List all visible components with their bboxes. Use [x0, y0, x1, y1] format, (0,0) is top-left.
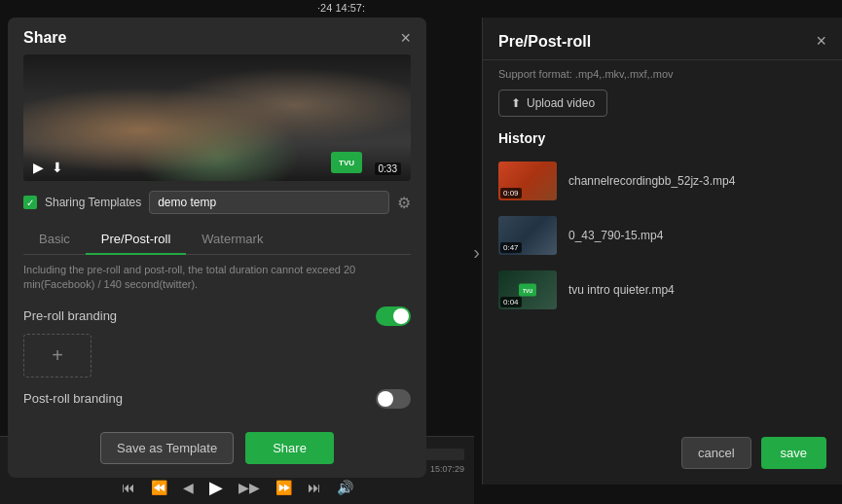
step-forward-button[interactable]: ▶▶ — [235, 478, 264, 497]
branding-section: Pre-roll branding + — [8, 301, 426, 383]
video-preview: TVU 0:33 ▶ ⬇ — [23, 54, 411, 181]
video-duration: 0:33 — [375, 162, 401, 175]
video-play-icon[interactable]: ▶ — [33, 160, 44, 175]
template-select[interactable]: demo temp — [149, 191, 389, 214]
share-dialog: Share × TVU 0:33 ▶ ⬇ Sharing Templates d… — [8, 18, 426, 478]
post-roll-label: Post-roll branding — [23, 391, 123, 406]
share-close-button[interactable]: × — [400, 29, 411, 47]
video-controls-overlay: ▶ ⬇ — [33, 160, 63, 175]
thumb-duration-2: 0:47 — [500, 242, 522, 253]
sharing-templates-label: Sharing Templates — [45, 196, 141, 209]
history-filename-2: 0_43_790-15.mp4 — [568, 229, 663, 242]
thumb-duration-3: 0:04 — [500, 297, 522, 307]
upload-icon: ⬆ — [511, 96, 521, 110]
volume-button[interactable]: 🔊 — [333, 478, 357, 497]
video-download-icon[interactable]: ⬇ — [52, 160, 63, 175]
history-filename-1: channelrecordingbb_52jz-3.mp4 — [568, 174, 735, 188]
history-item-3[interactable]: TVU 0:04 tvu intro quieter.mp4 — [483, 263, 842, 317]
pre-roll-label: Pre-roll branding — [23, 308, 117, 323]
sharing-templates-checkbox[interactable] — [23, 196, 37, 209]
save-button[interactable]: save — [761, 437, 826, 469]
prepost-title: Pre/Post-roll — [498, 33, 591, 51]
share-button[interactable]: Share — [245, 432, 334, 464]
history-filename-3: tvu intro quieter.mp4 — [568, 283, 675, 297]
pre-roll-toggle[interactable] — [376, 306, 411, 326]
play-button[interactable]: ▶ — [205, 475, 227, 500]
timestamp-end: 15:07:29 — [430, 464, 464, 474]
tab-basic[interactable]: Basic — [23, 224, 86, 254]
dialog-actions: Save as Template Share — [8, 422, 426, 478]
playback-controls: ⏮ ⏪ ◀ ▶ ▶▶ ⏩ ⏭ 🔊 — [0, 475, 474, 500]
prepost-header: Pre/Post-roll × — [483, 18, 842, 60]
history-thumb-2: 0:47 — [498, 216, 557, 255]
prepost-footer: cancel save — [681, 437, 826, 469]
sharing-templates-row: Sharing Templates demo temp ⚙ — [8, 191, 426, 224]
top-timestamp: ·24 14:57: — [317, 2, 365, 14]
tvu-badge: TVU — [331, 152, 362, 173]
thumb-duration-1: 0:09 — [500, 188, 522, 198]
warning-text: Including the pre-roll and post-roll, th… — [8, 255, 426, 301]
go-start-button[interactable]: ⏮ — [118, 478, 139, 497]
history-item[interactable]: 0:09 channelrecordingbb_52jz-3.mp4 — [483, 154, 842, 208]
step-back-button[interactable]: ◀ — [179, 478, 198, 497]
add-pre-roll-button[interactable]: + — [23, 334, 92, 378]
history-label: History — [483, 126, 842, 154]
gear-button[interactable]: ⚙ — [397, 194, 411, 212]
pre-roll-row: Pre-roll branding — [23, 306, 411, 326]
tab-watermark[interactable]: Watermark — [186, 224, 278, 254]
history-thumb-3: TVU 0:04 — [498, 270, 557, 309]
tabs-row: Basic Pre/Post-roll Watermark — [23, 224, 411, 255]
history-item-2[interactable]: 0:47 0_43_790-15.mp4 — [483, 208, 842, 263]
prepost-close-button[interactable]: × — [816, 31, 826, 52]
upload-video-button[interactable]: ⬆ Upload video — [498, 90, 607, 117]
go-end-button[interactable]: ⏭ — [304, 478, 325, 497]
prepost-format-text: Support format: .mp4,.mkv,.mxf,.mov — [483, 60, 842, 80]
share-dialog-header: Share × — [8, 18, 426, 54]
tvu-thumb-badge: TVU — [519, 284, 536, 297]
share-dialog-title: Share — [23, 29, 66, 47]
post-roll-row: Post-roll branding — [23, 389, 411, 409]
save-template-button[interactable]: Save as Template — [100, 432, 234, 464]
prepost-panel: Pre/Post-roll × Support format: .mp4,.mk… — [482, 18, 842, 485]
panel-expand-arrow[interactable]: › — [473, 241, 480, 264]
upload-label: Upload video — [527, 96, 595, 110]
next-frame-button[interactable]: ⏩ — [272, 478, 296, 497]
cancel-button[interactable]: cancel — [681, 437, 751, 469]
prev-frame-button[interactable]: ⏪ — [147, 478, 171, 497]
history-thumb-1: 0:09 — [498, 162, 557, 200]
tab-prepost[interactable]: Pre/Post-roll — [86, 224, 187, 254]
post-roll-toggle[interactable] — [376, 389, 411, 409]
post-roll-section: Post-roll branding — [8, 383, 426, 422]
